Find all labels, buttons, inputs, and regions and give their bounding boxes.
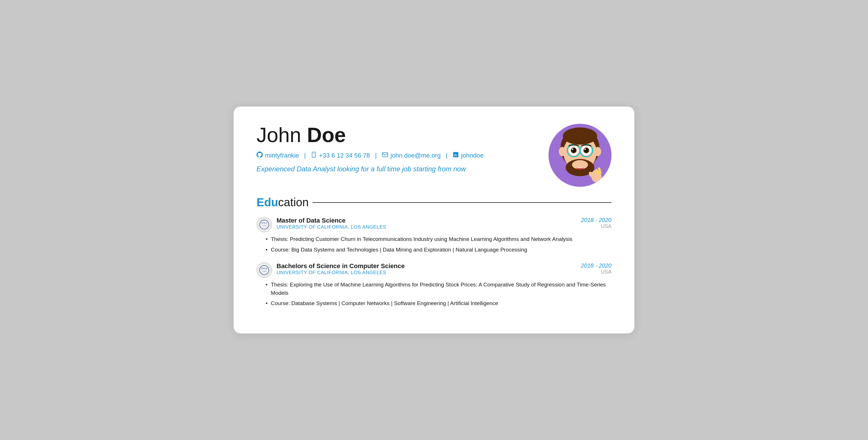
edu-dates-2: 2018 - 2020: [581, 262, 612, 269]
github-contact: mintyfrankie: [256, 151, 299, 159]
edu-entry-2-left: UCLA ✦ ✦ ✦ Bachelors of Science in Compu…: [256, 262, 404, 278]
education-title-plain: cation: [278, 196, 309, 209]
linkedin-contact: in johndoe: [453, 151, 484, 159]
full-name: John Doe: [256, 124, 537, 146]
sep-2: |: [375, 152, 377, 159]
github-username: mintyfrankie: [265, 152, 299, 159]
edu-degree-2: Bachelors of Science in Computer Science: [277, 262, 404, 270]
email-contact: john.doe@me.org: [382, 151, 441, 159]
edu-entry-1-left: UCLA ✦ ✦ ✦ Master of Data Science Univer…: [256, 217, 386, 232]
education-section-line: [313, 202, 612, 203]
edu-university-2: University of California, Los Angeles: [277, 270, 404, 275]
edu-bullets-2: Thesis: Exploring the Use of Machine Lea…: [266, 281, 612, 307]
edu-bullet-1-0: Thesis: Predicting Customer Churn in Tel…: [266, 235, 612, 243]
edu-bullet-2-1: Course: Database Systems | Computer Netw…: [266, 299, 612, 307]
svg-text:✦ ✦ ✦: ✦ ✦ ✦: [262, 271, 267, 272]
last-name: Doe: [307, 123, 346, 146]
svg-point-10: [559, 147, 566, 156]
school-logo-1: UCLA ✦ ✦ ✦: [256, 217, 272, 232]
education-title: Education: [256, 196, 309, 209]
svg-point-20: [572, 149, 574, 150]
sep-3: |: [446, 152, 447, 159]
first-name: John: [256, 123, 307, 146]
edu-dates-1: 2018 - 2020: [581, 217, 612, 224]
edu-title-block-1: Master of Data Science University of Cal…: [277, 217, 386, 230]
edu-location-2: USA: [581, 269, 612, 275]
linkedin-username: johndoe: [461, 152, 484, 159]
edu-university-1: University of California, Los Angeles: [277, 224, 386, 230]
avatar-illustration: [551, 125, 609, 185]
svg-point-2: [313, 156, 314, 157]
svg-point-11: [594, 147, 601, 156]
education-entry-2: UCLA ✦ ✦ ✦ Bachelors of Science in Compu…: [256, 262, 612, 307]
svg-rect-3: [382, 153, 388, 157]
edu-dates-block-1: 2018 - 2020 USA: [581, 217, 612, 230]
education-title-colored: Edu: [256, 196, 278, 209]
svg-text:✦ ✦ ✦: ✦ ✦ ✦: [262, 225, 267, 227]
education-section-header: Education: [256, 196, 612, 209]
edu-degree-1: Master of Data Science: [277, 217, 386, 224]
sep-1: |: [304, 152, 306, 159]
svg-point-24: [563, 127, 597, 145]
svg-text:in: in: [454, 153, 457, 157]
phone-contact: +33 6 12 34 56 78: [311, 152, 370, 159]
edu-location-1: USA: [581, 224, 612, 230]
edu-bullets-1: Thesis: Predicting Customer Churn in Tel…: [266, 235, 612, 254]
email-address: john.doe@me.org: [391, 152, 441, 159]
svg-text:UCLA: UCLA: [261, 267, 267, 269]
linkedin-icon: in: [453, 151, 459, 159]
tagline: Experienced Data Analyst looking for a f…: [256, 165, 537, 173]
avatar: [549, 124, 612, 187]
svg-text:UCLA: UCLA: [261, 222, 267, 224]
phone-icon: [311, 152, 317, 159]
phone-number: +33 6 12 34 56 78: [319, 152, 370, 159]
edu-entry-2-header: UCLA ✦ ✦ ✦ Bachelors of Science in Compu…: [256, 262, 612, 278]
github-icon: [256, 151, 263, 159]
edu-bullet-1-1: Course: Big Data Systems and Technologie…: [266, 246, 612, 254]
svg-rect-0: [312, 152, 315, 157]
svg-point-23: [585, 149, 586, 150]
school-logo-2: UCLA ✦ ✦ ✦: [256, 262, 272, 278]
contact-line: mintyfrankie | +33 6 12 34 56 78 |: [256, 151, 537, 159]
education-entry-1: UCLA ✦ ✦ ✦ Master of Data Science Univer…: [256, 217, 612, 254]
edu-dates-block-2: 2018 - 2020 USA: [581, 262, 612, 275]
email-icon: [382, 151, 388, 159]
edu-entry-1-header: UCLA ✦ ✦ ✦ Master of Data Science Univer…: [256, 217, 612, 232]
edu-bullet-2-0: Thesis: Exploring the Use of Machine Lea…: [266, 281, 612, 297]
header-left: John Doe mintyfrankie |: [256, 124, 537, 173]
edu-title-block-2: Bachelors of Science in Computer Science…: [277, 262, 404, 275]
header: John Doe mintyfrankie |: [256, 124, 612, 187]
resume-card: John Doe mintyfrankie |: [234, 107, 634, 333]
